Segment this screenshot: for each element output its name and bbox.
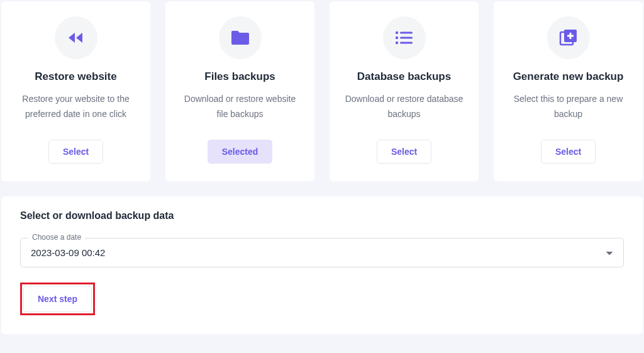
add-backup-icon: [547, 16, 590, 59]
folder-icon: [219, 16, 262, 59]
card-database-backups: Database backups Download or restore dat…: [330, 1, 479, 181]
card-description: Select this to prepare a new backup: [506, 92, 630, 122]
card-title: Database backups: [357, 70, 451, 83]
select-button-restore[interactable]: Select: [48, 140, 103, 164]
svg-point-0: [395, 31, 397, 34]
list-icon: [383, 16, 426, 59]
card-title: Generate new backup: [513, 70, 624, 83]
card-generate-backup: Generate new backup Select this to prepa…: [494, 1, 643, 181]
svg-rect-9: [567, 35, 574, 37]
backup-data-panel: Select or download backup data Choose a …: [1, 196, 643, 334]
svg-point-2: [395, 36, 397, 39]
next-step-button[interactable]: Next step: [23, 286, 92, 312]
backup-option-cards: Restore website Restore your website to …: [1, 1, 643, 181]
svg-rect-5: [400, 42, 413, 44]
next-step-highlight: Next step: [20, 283, 95, 315]
card-description: Download or restore website file backups: [178, 92, 302, 122]
svg-point-4: [395, 42, 397, 44]
card-title: Restore website: [35, 70, 116, 83]
rewind-icon: [55, 16, 97, 59]
svg-rect-1: [400, 32, 413, 34]
card-files-backups: Files backups Download or restore websit…: [165, 1, 314, 181]
date-field-label: Choose a date: [28, 233, 85, 242]
selected-button-files[interactable]: Selected: [208, 140, 273, 164]
panel-title: Select or download backup data: [20, 210, 624, 221]
svg-rect-3: [400, 37, 413, 39]
card-description: Download or restore database backups: [342, 92, 466, 122]
card-title: Files backups: [204, 70, 275, 83]
card-description: Restore your website to the preferred da…: [14, 92, 138, 122]
card-restore-website: Restore website Restore your website to …: [1, 1, 150, 181]
date-select-field[interactable]: Choose a date 2023-03-09 00:42: [20, 238, 624, 267]
date-field-value: 2023-03-09 00:42: [31, 247, 613, 258]
select-button-generate[interactable]: Select: [541, 140, 596, 164]
select-button-database[interactable]: Select: [377, 140, 431, 164]
chevron-down-icon[interactable]: [606, 247, 613, 259]
